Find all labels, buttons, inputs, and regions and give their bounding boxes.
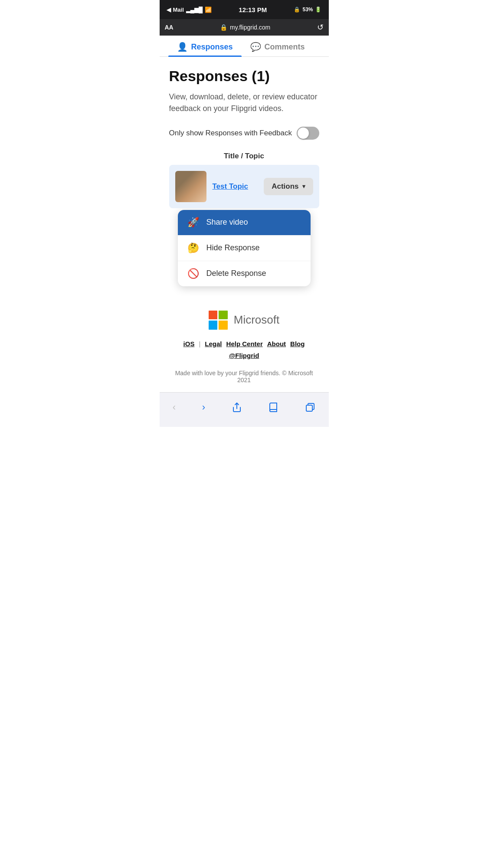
no-entry-icon: 🚫 (187, 268, 200, 279)
hide-response-item[interactable]: 🤔 Hide Response (178, 236, 311, 261)
ms-blue-square (209, 321, 218, 330)
actions-button[interactable]: Actions ▾ (264, 178, 313, 195)
footer: Microsoft iOS | Legal Help Center About … (160, 297, 329, 392)
thumbnail-image (175, 171, 206, 202)
comments-tab-icon: 💬 (250, 42, 261, 52)
response-title-link[interactable]: Test Topic (213, 182, 258, 191)
table-header: Title / Topic (169, 152, 319, 160)
back-button[interactable]: ‹ (173, 402, 176, 413)
footer-link-about[interactable]: About (267, 340, 286, 347)
svg-rect-1 (306, 405, 312, 411)
actions-label: Actions (272, 182, 298, 191)
browser-refresh-icon[interactable]: ↺ (317, 23, 324, 32)
browser-lock-icon: 🔒 (220, 24, 227, 31)
actions-dropdown: 🚀 Share video 🤔 Hide Response 🚫 Delete R… (178, 210, 311, 286)
share-video-item[interactable]: 🚀 Share video (178, 210, 311, 236)
rocket-icon: 🚀 (187, 217, 200, 228)
status-time: 12:13 PM (239, 6, 267, 13)
toggle-knob (298, 128, 309, 139)
page-description: View, download, delete, or review educat… (169, 91, 319, 115)
feedback-toggle[interactable] (297, 127, 319, 140)
share-video-label: Share video (206, 218, 248, 227)
responses-tab-icon: 👤 (177, 42, 188, 52)
forward-icon: › (202, 402, 205, 413)
tabs-bar: 👤 Responses 💬 Comments (160, 36, 329, 57)
main-content: 👤 Responses 💬 Comments Responses (1) Vie… (160, 36, 329, 392)
footer-link-help-center[interactable]: Help Center (226, 340, 263, 347)
page-title: Responses (1) (169, 67, 319, 85)
footer-links: iOS | Legal Help Center About Blog @Flip… (169, 340, 319, 359)
hide-response-label: Hide Response (206, 243, 260, 252)
ms-green-square (219, 311, 228, 320)
response-thumbnail (175, 171, 206, 202)
ms-logo-grid (209, 311, 228, 330)
browser-bar: AA 🔒 my.flipgrid.com ↺ (160, 19, 329, 36)
toggle-label: Only show Responses with Feedback (169, 129, 292, 138)
browser-url-text: my.flipgrid.com (230, 24, 270, 31)
status-left: ◀ Mail ▂▄▆█ 📶 (167, 7, 212, 13)
signal-icon: ▂▄▆█ (186, 7, 203, 13)
tabs-icon (305, 402, 315, 413)
wifi-icon: 📶 (205, 7, 212, 13)
microsoft-wordmark: Microsoft (234, 313, 279, 327)
toggle-row: Only show Responses with Feedback (169, 127, 319, 140)
delete-response-label: Delete Response (206, 269, 266, 278)
thinking-icon: 🤔 (187, 242, 200, 254)
ms-red-square (209, 311, 218, 320)
delete-response-item[interactable]: 🚫 Delete Response (178, 261, 311, 286)
tabs-button[interactable] (305, 402, 315, 413)
microsoft-logo: Microsoft (209, 311, 279, 330)
tab-comments-label: Comments (265, 43, 305, 52)
tab-responses[interactable]: 👤 Responses (168, 36, 242, 56)
browser-url[interactable]: 🔒 my.flipgrid.com (174, 24, 317, 31)
lock-icon: 🔒 (294, 7, 300, 13)
tab-comments[interactable]: 💬 Comments (242, 36, 314, 56)
page-body: Responses (1) View, download, delete, or… (160, 57, 329, 297)
battery-icon: 🔋 (315, 7, 321, 13)
carrier-label: Mail (173, 7, 184, 13)
battery-percent: 53% (302, 7, 313, 13)
ms-yellow-square (219, 321, 228, 330)
bookmarks-button[interactable] (268, 402, 278, 413)
chevron-down-icon: ▾ (302, 183, 305, 190)
tab-responses-label: Responses (191, 43, 233, 52)
browser-bottom-bar: ‹ › (160, 392, 329, 427)
forward-button[interactable]: › (202, 402, 205, 413)
share-button[interactable] (232, 402, 242, 413)
footer-link-legal[interactable]: Legal (205, 340, 222, 347)
browser-aa[interactable]: AA (165, 24, 174, 31)
footer-link-blog[interactable]: Blog (290, 340, 305, 347)
status-bar: ◀ Mail ▂▄▆█ 📶 12:13 PM 🔒 53% 🔋 (160, 0, 329, 19)
footer-link-flipgrid[interactable]: @Flipgrid (229, 352, 259, 359)
back-arrow: ◀ (167, 7, 171, 13)
status-right: 🔒 53% 🔋 (294, 7, 321, 13)
book-icon (268, 402, 278, 413)
footer-divider-1: | (199, 340, 200, 347)
share-icon (232, 402, 242, 413)
footer-copyright: Made with love by your Flipgrid friends.… (169, 370, 319, 383)
footer-link-ios[interactable]: iOS (183, 340, 195, 347)
response-row: Test Topic Actions ▾ (169, 165, 319, 208)
back-icon: ‹ (173, 402, 176, 413)
